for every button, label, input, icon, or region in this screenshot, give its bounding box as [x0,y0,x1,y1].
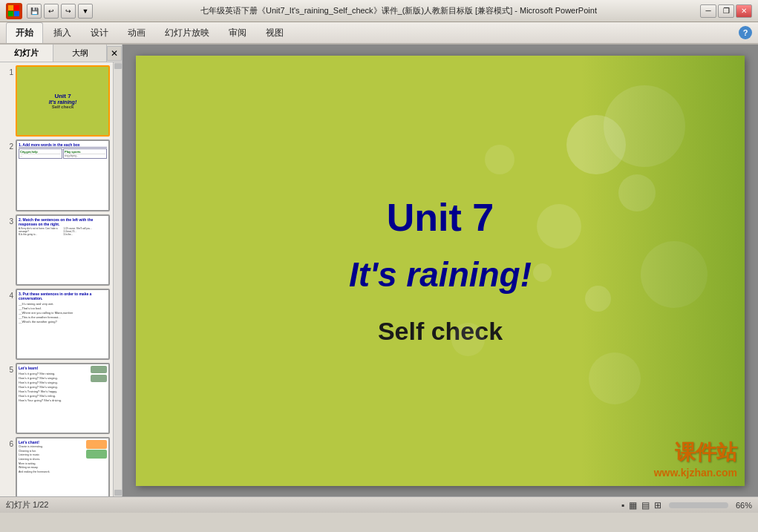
slide-img-6[interactable]: Let's chant! Chante is interesting. Clea… [16,437,110,496]
help-icon[interactable]: ? [739,26,752,39]
main-area: 幻灯片 大纲 ✕ 1 Unit 7 It's raining! Self che… [0,45,758,496]
sidebar-scrollbar[interactable] [113,62,122,496]
sidebar-tabs-row: 幻灯片 大纲 ✕ [0,45,122,62]
slide-display-area: Unit 7 It's raining! Self check 课件站 www.… [122,45,758,496]
app-logo [6,3,22,19]
toolbar-buttons: 💾 ↩ ↪ ▼ [27,4,93,19]
tab-outline[interactable]: 大纲 [53,45,107,62]
slide-img-2[interactable]: 1. Add more words in the each box City,g… [16,139,110,211]
restore-button[interactable]: ❐ [718,4,734,18]
undo-icon[interactable]: ↩ [44,4,59,19]
slide-thumb-1[interactable]: 1 Unit 7 It's raining! Self check [3,65,110,137]
slide1-text: Unit 7 It's raining! Self check [17,67,108,135]
view-slide-icon[interactable]: ▦ [629,500,637,510]
close-button[interactable]: ✕ [736,4,752,18]
zoom-slider[interactable] [669,502,728,508]
zoom-level: 66% [736,501,752,510]
sidebar: 幻灯片 大纲 ✕ 1 Unit 7 It's raining! Self che… [0,45,122,496]
tab-animation[interactable]: 动画 [119,22,154,43]
main-slide: Unit 7 It's raining! Self check 课件站 www.… [136,56,745,486]
slide-img-4[interactable]: 3. Put these sentences in order to make … [16,289,110,360]
svg-rect-0 [8,5,13,10]
slide-num-5: 5 [3,366,13,374]
watermark-cn-text: 课件站 [654,439,737,467]
slide-count: 幻灯片 1/22 [6,499,48,510]
slide-num-2: 2 [3,142,13,151]
slide-img-5[interactable]: Let's learn! How's it going? She raining… [16,363,110,434]
minimize-button[interactable]: ─ [700,4,716,18]
sidebar-close-button[interactable]: ✕ [107,46,122,61]
tab-design[interactable]: 设计 [82,22,117,43]
window-title: 七年级英语下册《Unit7_It's_raining_Self_check》课件… [97,5,700,16]
slide-subtitle: It's raining! [349,254,532,295]
view-presenter-icon[interactable]: ⊞ [654,500,661,510]
tab-slideshow[interactable]: 幻灯片放映 [156,22,218,43]
slide-num-4: 4 [3,292,13,300]
slide-img-3[interactable]: 2. Match the sentences on the left with … [16,214,110,286]
slide-thumb-4[interactable]: 4 3. Put these sentences in order to mak… [3,289,110,360]
slide-selfcheck: Self check [378,317,503,346]
tab-slides[interactable]: 幻灯片 [0,45,53,62]
slide-unit-title: Unit 7 [387,195,494,240]
slide-thumb-3[interactable]: 3 2. Match the sentences on the left wit… [3,214,110,286]
window-controls: ─ ❐ ✕ [700,4,752,18]
tab-view[interactable]: 视图 [257,22,293,43]
slide1-thumb: Unit 7 It's raining! Self check [17,67,108,135]
watermark-url: www.kjzhan.com [654,467,737,479]
watermark: 课件站 www.kjzhan.com [654,439,737,479]
view-normal-icon[interactable]: ▪ [621,500,624,510]
slide-content-area: Unit 7 It's raining! Self check [136,56,745,486]
ribbon: 开始 插入 设计 动画 幻灯片放映 审阅 视图 ? [0,22,758,45]
tab-insert[interactable]: 插入 [45,22,80,43]
sidebar-content-row: 1 Unit 7 It's raining! Self check 2 [0,62,122,496]
status-right: ▪ ▦ ▤ ⊞ 66% [621,500,752,510]
redo-icon[interactable]: ↪ [61,4,76,19]
slide-thumb-5[interactable]: 5 Let's learn! How's it going? She raini… [3,363,110,434]
slide-thumb-2[interactable]: 2 1. Add more words in the each box City… [3,139,110,211]
status-bar: 幻灯片 1/22 ▪ ▦ ▤ ⊞ 66% [0,496,758,513]
svg-rect-2 [8,11,13,16]
save-icon[interactable]: 💾 [27,4,42,19]
slide-num-6: 6 [3,440,13,448]
dropdown-icon[interactable]: ▼ [78,4,93,19]
slides-panel[interactable]: 1 Unit 7 It's raining! Self check 2 [0,62,113,496]
view-reading-icon[interactable]: ▤ [641,500,650,510]
slide-thumb-6[interactable]: 6 Let's chant! Chante is interesting. Cl… [3,437,110,496]
slide-num-1: 1 [3,68,13,76]
svg-rect-1 [14,5,19,10]
slide-num-3: 3 [3,217,13,226]
tab-review[interactable]: 审阅 [220,22,255,43]
tab-start[interactable]: 开始 [6,22,43,43]
svg-rect-3 [14,11,19,16]
slide-img-1[interactable]: Unit 7 It's raining! Self check [16,65,110,137]
title-bar: 💾 ↩ ↪ ▼ 七年级英语下册《Unit7_It's_raining_Self_… [0,0,758,22]
